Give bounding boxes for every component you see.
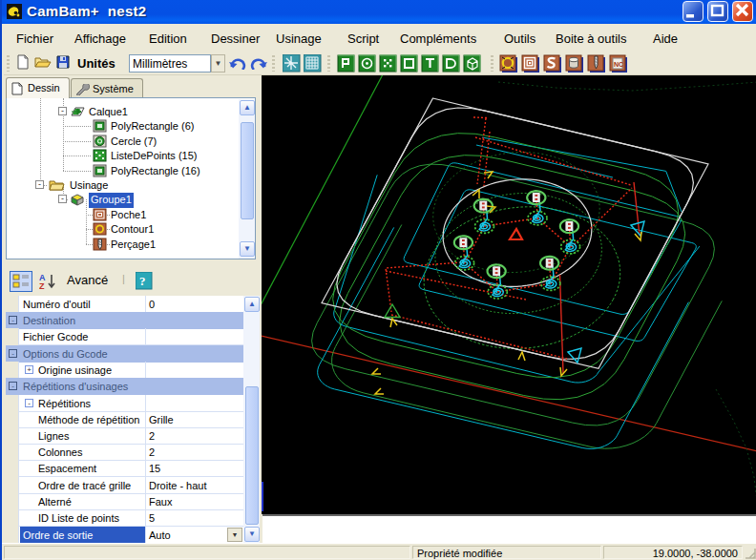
svg-text:NC: NC <box>614 61 623 68</box>
svg-text:?: ? <box>139 274 146 288</box>
svg-text:Z: Z <box>39 281 45 291</box>
